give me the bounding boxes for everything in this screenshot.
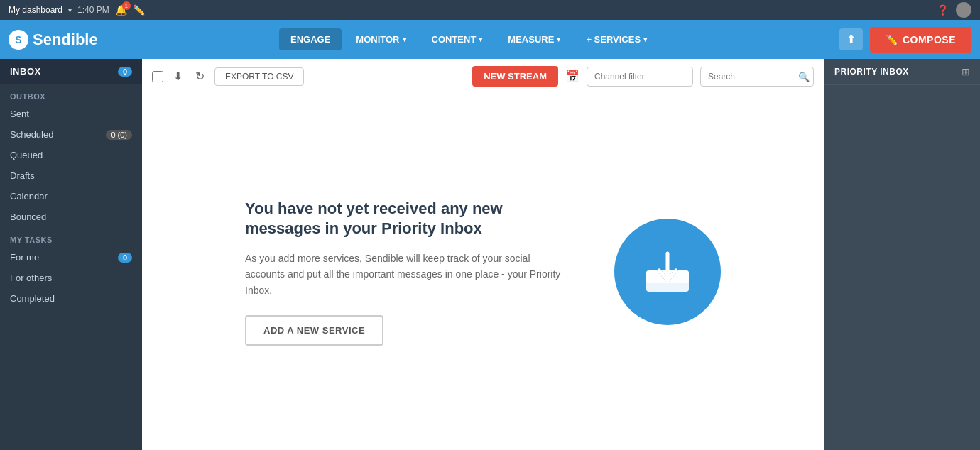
nav-engage[interactable]: ENGAGE: [279, 28, 342, 50]
nav-bar: S Sendible ENGAGE MONITOR ▾ CONTENT ▾ ME…: [0, 20, 980, 59]
measure-arrow-icon: ▾: [557, 35, 560, 43]
content-arrow-icon: ▾: [479, 35, 482, 43]
sidebar-item-forme[interactable]: For me 0: [0, 247, 142, 268]
user-avatar[interactable]: [956, 2, 971, 18]
refresh-button[interactable]: ↻: [192, 67, 207, 86]
nav-services[interactable]: + SERVICES ▾: [575, 28, 658, 50]
sidebar-item-scheduled[interactable]: Scheduled 0 (0): [0, 124, 142, 145]
empty-state-text: You have not yet received any new messag…: [245, 199, 572, 346]
channel-filter-input[interactable]: [587, 67, 693, 87]
add-service-button[interactable]: ADD A NEW SERVICE: [245, 315, 383, 346]
empty-state-content: You have not yet received any new messag…: [245, 199, 721, 346]
tasks-section-label: MY TASKS: [0, 227, 142, 247]
empty-state-title: You have not yet received any new messag…: [245, 199, 572, 239]
nav-monitor[interactable]: MONITOR ▾: [344, 28, 417, 50]
compose-pencil-icon: ✏️: [886, 34, 898, 45]
search-button[interactable]: 🔍: [798, 71, 810, 82]
notification-badge: 1: [122, 1, 131, 10]
download-button[interactable]: ⬇: [170, 67, 185, 86]
top-bar-left: My dashboard ▾ 1:40 PM 🔔 1 ✏️: [9, 4, 145, 16]
edit-icon[interactable]: ✏️: [133, 4, 145, 16]
sidebar-item-drafts[interactable]: Drafts: [0, 165, 142, 186]
sidebar: INBOX 0 OUTBOX Sent Scheduled 0 (0) Queu…: [0, 59, 142, 450]
nav-right: ⬆ ✏️ COMPOSE: [839, 27, 971, 53]
monitor-arrow-icon: ▾: [403, 35, 406, 43]
time-display: 1:40 PM: [77, 5, 109, 15]
sidebar-item-bounced[interactable]: Bounced: [0, 207, 142, 227]
scheduled-badge: 0 (0): [106, 130, 132, 140]
logo-icon: S: [9, 30, 28, 50]
search-input[interactable]: [700, 67, 814, 87]
inbox-down-svg: [639, 243, 696, 300]
top-bar-right: ❓: [937, 2, 971, 18]
main-layout: INBOX 0 OUTBOX Sent Scheduled 0 (0) Queu…: [0, 59, 980, 450]
inbox-badge: 0: [118, 67, 132, 77]
dashboard-arrow-icon: ▾: [68, 6, 72, 14]
notification-icon[interactable]: 🔔 1: [115, 4, 127, 16]
empty-state-description: As you add more services, Sendible will …: [245, 251, 572, 298]
services-arrow-icon: ▾: [643, 35, 647, 43]
right-panel: PRIORITY INBOX ⊞: [824, 59, 980, 450]
sidebar-item-calendar[interactable]: Calendar: [0, 186, 142, 207]
nav-items: ENGAGE MONITOR ▾ CONTENT ▾ MEASURE ▾ + S…: [279, 28, 658, 50]
compose-button[interactable]: ✏️ COMPOSE: [870, 27, 971, 53]
nav-content[interactable]: CONTENT ▾: [420, 28, 494, 50]
inbox-item[interactable]: INBOX 0: [0, 59, 142, 84]
sidebar-item-forothers[interactable]: For others: [0, 268, 142, 288]
right-panel-title: PRIORITY INBOX: [834, 67, 909, 77]
logo-text: Sendible: [33, 31, 98, 49]
help-icon[interactable]: ❓: [937, 4, 949, 16]
dashboard-label[interactable]: My dashboard: [9, 5, 62, 15]
content-area: ⬇ ↻ EXPORT TO CSV NEW STREAM 📅 🔍 You hav…: [142, 59, 824, 450]
right-panel-header: PRIORITY INBOX ⊞: [824, 59, 980, 85]
calendar-icon[interactable]: 📅: [565, 70, 579, 83]
grid-icon[interactable]: ⊞: [962, 66, 970, 77]
sidebar-item-queued[interactable]: Queued: [0, 145, 142, 165]
inbox-label: INBOX: [10, 66, 41, 77]
upload-button[interactable]: ⬆: [839, 28, 863, 50]
toolbar: ⬇ ↻ EXPORT TO CSV NEW STREAM 📅 🔍: [142, 59, 824, 94]
empty-state: You have not yet received any new messag…: [142, 94, 824, 450]
priority-inbox-icon: [614, 219, 721, 325]
top-bar: My dashboard ▾ 1:40 PM 🔔 1 ✏️ ❓: [0, 0, 980, 20]
export-csv-button[interactable]: EXPORT TO CSV: [214, 67, 304, 86]
sidebar-item-completed[interactable]: Completed: [0, 288, 142, 309]
select-all-checkbox[interactable]: [152, 71, 163, 82]
search-container: 🔍: [700, 67, 814, 87]
new-stream-button[interactable]: NEW STREAM: [472, 66, 558, 87]
forme-badge: 0: [118, 253, 132, 263]
logo[interactable]: S Sendible: [9, 30, 98, 50]
sidebar-item-sent[interactable]: Sent: [0, 104, 142, 124]
outbox-section-label: OUTBOX: [0, 84, 142, 104]
nav-measure[interactable]: MEASURE ▾: [496, 28, 572, 50]
